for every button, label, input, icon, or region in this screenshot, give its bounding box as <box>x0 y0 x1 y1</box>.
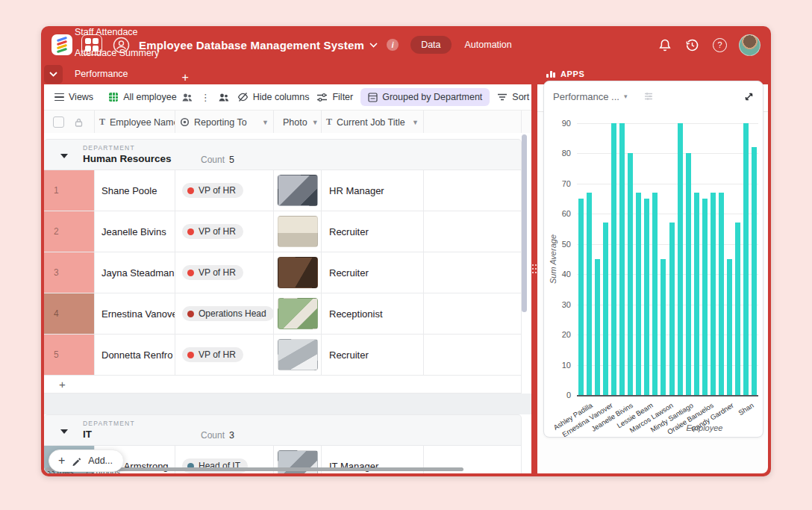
reporting-to-tag[interactable]: Operations Head <box>182 306 274 321</box>
row-number-cell[interactable]: 1 <box>44 170 95 211</box>
chart-bar[interactable] <box>628 153 633 395</box>
photo-cell[interactable] <box>274 335 322 375</box>
tab-attendace-summery[interactable]: Attendace Summery <box>65 43 175 63</box>
column-header-current-job-title[interactable]: TCurrent Job Title▼ <box>322 111 424 134</box>
column-header-employee-name[interactable]: TEmployee Name▼ <box>95 111 175 134</box>
info-icon[interactable] <box>387 39 399 51</box>
automation-mode-button[interactable]: Automation <box>465 40 512 50</box>
hide-columns-button[interactable]: Hide columns <box>237 92 310 102</box>
filter-button[interactable]: Filter <box>316 92 353 102</box>
chart-bar[interactable] <box>669 223 675 395</box>
tab-staff-attendace[interactable]: Staff Attendace <box>65 26 175 43</box>
title-menu-icon[interactable] <box>369 43 378 48</box>
chart-bar[interactable] <box>710 193 716 395</box>
view-more-icon[interactable] <box>201 92 210 103</box>
job-title-cell[interactable]: Recruiter <box>322 335 424 375</box>
job-title-cell[interactable]: HR Manager <box>322 170 424 211</box>
tabs-menu-button[interactable] <box>44 65 63 84</box>
reporting-to-cell[interactable]: VP of HR <box>175 252 274 293</box>
y-axis-tick: 80 <box>549 149 571 158</box>
column-header-reporting-to[interactable]: Reporting To▼ <box>175 111 274 134</box>
empty-cell <box>424 170 522 211</box>
employee-photo[interactable] <box>278 339 318 370</box>
employee-photo[interactable] <box>278 175 318 206</box>
collapse-group-icon[interactable] <box>60 154 68 158</box>
row-number-cell[interactable]: 2 <box>44 211 95 252</box>
chart-bar[interactable] <box>587 193 592 395</box>
group-header-human-resources[interactable]: DEPARTMENTHuman ResourcesCount5 <box>44 139 522 170</box>
chart-bar[interactable] <box>719 193 724 395</box>
reporting-to-cell[interactable]: VP of HR <box>175 335 274 375</box>
chart-bar[interactable] <box>694 193 699 395</box>
chart-bar[interactable] <box>743 123 749 395</box>
reporting-to-tag[interactable]: VP of HR <box>182 347 243 362</box>
chart-bar[interactable] <box>636 193 641 395</box>
chart-settings-icon[interactable] <box>643 92 654 101</box>
employee-photo[interactable] <box>278 298 318 329</box>
photo-cell[interactable] <box>274 170 322 211</box>
notifications-bell-icon[interactable] <box>658 38 672 52</box>
employee-name-cell[interactable]: Ernestina Vanover <box>95 293 175 334</box>
chart-bar[interactable] <box>735 223 740 395</box>
add-table-button[interactable] <box>175 71 196 84</box>
photo-cell[interactable] <box>274 252 322 293</box>
row-number-cell[interactable]: 4 <box>44 293 95 334</box>
collapse-group-icon[interactable] <box>60 429 68 434</box>
group-header-it[interactable]: DEPARTMENTITCount3 <box>44 414 522 446</box>
add-record-button[interactable]: Add... <box>49 450 124 472</box>
help-icon[interactable] <box>713 38 727 52</box>
reporting-to-tag[interactable]: VP of HR <box>182 183 243 198</box>
chart-bar[interactable] <box>660 259 666 395</box>
job-title-cell[interactable]: Recruiter <box>322 211 424 252</box>
chart-bar[interactable] <box>727 259 732 395</box>
employee-photo[interactable] <box>278 216 318 247</box>
column-menu-icon[interactable]: ▼ <box>262 119 269 126</box>
chart-bar[interactable] <box>686 153 691 395</box>
reporting-to-tag[interactable]: Head of IT <box>182 458 248 473</box>
column-menu-icon[interactable]: ▼ <box>412 119 419 126</box>
chart-bar[interactable] <box>702 199 708 395</box>
chart-bar[interactable] <box>644 199 649 395</box>
job-title-cell[interactable]: Recruiter <box>322 252 424 293</box>
column-menu-icon[interactable]: ▼ <box>312 119 319 126</box>
tab-performance[interactable]: Performance <box>65 63 175 84</box>
current-view-button[interactable]: All employee <box>108 92 193 102</box>
reporting-to-cell[interactable]: Operations Head <box>175 293 274 334</box>
reporting-to-tag[interactable]: VP of HR <box>182 224 243 239</box>
select-all-checkbox[interactable] <box>53 116 64 128</box>
column-header-photo[interactable]: Photo▼ <box>274 111 322 134</box>
chart-bar[interactable] <box>752 147 757 395</box>
chart-bar[interactable] <box>678 123 683 395</box>
employee-name-cell[interactable]: Shane Poole <box>95 170 175 211</box>
share-view-icon[interactable] <box>218 93 230 102</box>
job-title-cell[interactable]: Receptionist <box>322 293 424 334</box>
history-icon[interactable] <box>685 38 699 52</box>
row-number-cell[interactable]: 5 <box>44 335 95 375</box>
photo-cell[interactable] <box>274 211 322 252</box>
employee-photo[interactable] <box>278 257 318 288</box>
chart-title-dropdown[interactable]: Performance ...▾ <box>553 91 627 102</box>
employee-name-cell[interactable]: Donnetta Renfro <box>95 335 175 375</box>
add-row-button[interactable] <box>44 376 522 394</box>
row-number-cell[interactable]: 3 <box>44 252 95 293</box>
chart-bar[interactable] <box>619 123 625 395</box>
expand-chart-icon[interactable] <box>744 92 754 102</box>
reporting-to-cell[interactable]: VP of HR <box>175 170 274 211</box>
views-button[interactable]: Views <box>54 92 93 102</box>
grouped-by-button[interactable]: Grouped by Department <box>360 88 490 106</box>
chart-bar[interactable] <box>595 259 600 395</box>
employee-name-cell[interactable]: Jayna Steadman <box>95 252 175 293</box>
user-avatar[interactable] <box>739 34 761 56</box>
vertical-scrollbar[interactable] <box>522 134 527 312</box>
sort-button[interactable]: Sort <box>497 92 529 102</box>
data-mode-button[interactable]: Data <box>410 36 451 54</box>
reporting-to-tag[interactable]: VP of HR <box>182 265 243 280</box>
employee-name-cell[interactable]: Jeanelle Bivins <box>95 211 175 252</box>
panel-resize-handle[interactable] <box>531 63 537 473</box>
chart-bar[interactable] <box>611 123 616 395</box>
chart-bar[interactable] <box>603 223 608 395</box>
photo-cell[interactable] <box>274 293 322 334</box>
reporting-to-cell[interactable]: VP of HR <box>175 211 274 252</box>
chart-bar[interactable] <box>652 193 658 395</box>
chart-bar[interactable] <box>578 199 584 395</box>
